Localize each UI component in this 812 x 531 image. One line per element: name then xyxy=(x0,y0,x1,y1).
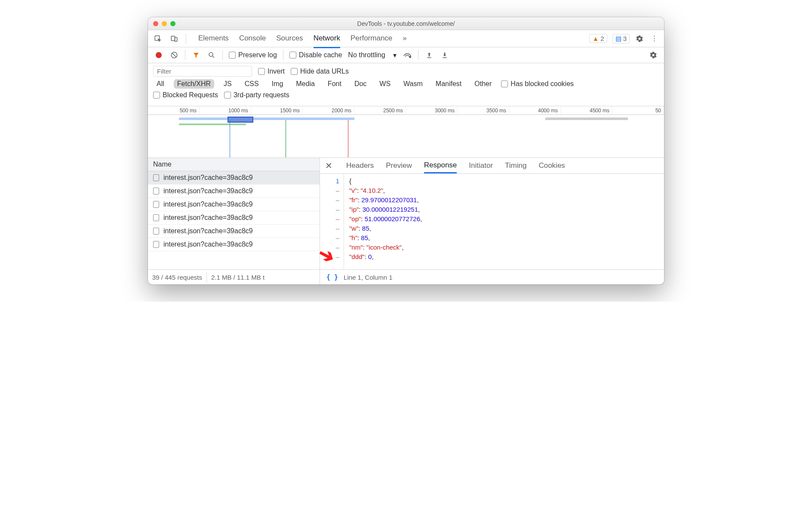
timeline-tick: 3000 ms xyxy=(406,106,458,114)
blocked-requests-checkbox[interactable]: Blocked Requests xyxy=(153,91,218,99)
filter-input[interactable] xyxy=(153,66,252,77)
device-toggle-icon[interactable] xyxy=(169,34,179,43)
filter-type-js[interactable]: JS xyxy=(220,79,235,89)
file-icon xyxy=(153,201,159,208)
timeline-tick: 1000 ms xyxy=(200,106,251,114)
request-name: interest.json?cache=39ac8c9 xyxy=(163,241,253,248)
svg-rect-2 xyxy=(175,37,177,41)
detail-tab-response[interactable]: Response xyxy=(424,161,457,173)
svg-point-4 xyxy=(209,52,213,56)
tab-network[interactable]: Network xyxy=(314,30,340,48)
detail-tab-timing[interactable]: Timing xyxy=(505,161,526,170)
tab-performance[interactable]: Performance xyxy=(351,30,392,48)
request-list-panel: Name interest.json?cache=39ac8c9interest… xyxy=(148,158,320,269)
detail-tab-headers[interactable]: Headers xyxy=(346,161,374,170)
file-icon xyxy=(153,228,159,235)
request-row[interactable]: interest.json?cache=39ac8c9 xyxy=(148,211,320,225)
tab-sources[interactable]: Sources xyxy=(276,30,303,48)
record-button[interactable] xyxy=(154,50,163,60)
request-name: interest.json?cache=39ac8c9 xyxy=(163,201,253,208)
invert-checkbox[interactable]: Invert xyxy=(258,68,285,75)
timeline-tick: 4500 ms xyxy=(561,106,612,114)
filter-icon[interactable] xyxy=(191,50,201,60)
timeline-tick: 50 xyxy=(612,106,664,114)
filter-type-media[interactable]: Media xyxy=(292,79,318,89)
detail-tab-cookies[interactable]: Cookies xyxy=(538,161,565,170)
filter-type-doc[interactable]: Doc xyxy=(351,79,370,89)
tab-elements[interactable]: Elements xyxy=(198,30,229,48)
timeline-marker-red xyxy=(348,120,348,157)
file-icon xyxy=(153,174,159,181)
filter-bar: Invert Hide data URLs AllFetch/XHRJSCSSI… xyxy=(148,63,664,106)
request-row[interactable]: interest.json?cache=39ac8c9 xyxy=(148,185,320,198)
network-toolbar: Preserve log Disable cache No throttling… xyxy=(148,47,664,63)
request-row[interactable]: interest.json?cache=39ac8c9 xyxy=(148,225,320,238)
import-icon[interactable] xyxy=(424,50,434,60)
hide-data-urls-checkbox[interactable]: Hide data URLs xyxy=(291,68,349,75)
has-blocked-cookies-checkbox[interactable]: Has blocked cookies xyxy=(501,80,574,88)
filter-type-other[interactable]: Other xyxy=(471,79,495,89)
request-name: interest.json?cache=39ac8c9 xyxy=(163,227,253,235)
request-name: interest.json?cache=39ac8c9 xyxy=(163,174,253,182)
messages-badge[interactable]: ▤3 xyxy=(612,34,630,43)
filter-type-wasm[interactable]: Wasm xyxy=(400,79,426,89)
timeline-tick: 2500 ms xyxy=(354,106,406,114)
request-name: interest.json?cache=39ac8c9 xyxy=(163,187,253,195)
inspect-icon[interactable] xyxy=(153,34,163,43)
third-party-requests-checkbox[interactable]: 3rd-party requests xyxy=(224,91,289,99)
filter-type-fetchxhr[interactable]: Fetch/XHR xyxy=(174,79,214,89)
request-count: 39 / 445 requests xyxy=(152,274,202,281)
response-body[interactable]: 1–––––––– { "v": "4.10.2", "fr": 29.9700… xyxy=(320,174,664,269)
cursor-position: Line 1, Column 1 xyxy=(344,274,392,281)
detail-tab-preview[interactable]: Preview xyxy=(386,161,412,170)
timeline-tick: 500 ms xyxy=(148,106,200,114)
network-conditions-icon[interactable] xyxy=(403,50,412,60)
request-row[interactable]: interest.json?cache=39ac8c9 xyxy=(148,238,320,251)
domcontentloaded-marker xyxy=(230,120,230,157)
detail-tab-initiator[interactable]: Initiator xyxy=(469,161,493,170)
clear-icon[interactable] xyxy=(169,50,179,60)
tab-overflow[interactable]: » xyxy=(403,30,406,48)
detail-panel: ✕ Headers Preview Response Initiator Tim… xyxy=(320,158,664,269)
tab-console[interactable]: Console xyxy=(239,30,266,48)
timeline-tick: 4000 ms xyxy=(509,106,561,114)
pretty-print-button[interactable]: { } xyxy=(325,273,339,281)
svg-rect-1 xyxy=(171,36,175,41)
filter-type-all[interactable]: All xyxy=(153,79,168,89)
request-row[interactable]: interest.json?cache=39ac8c9 xyxy=(148,198,320,211)
filter-type-manifest[interactable]: Manifest xyxy=(432,79,465,89)
more-icon[interactable]: ⋮ xyxy=(649,34,659,43)
svg-point-5 xyxy=(409,56,411,58)
close-detail-icon[interactable]: ✕ xyxy=(325,161,332,171)
network-settings-icon[interactable] xyxy=(649,50,658,60)
column-header-name[interactable]: Name xyxy=(148,158,320,171)
transfer-size: 2.1 MB / 11.1 MB t xyxy=(211,274,265,281)
preserve-log-checkbox[interactable]: Preserve log xyxy=(229,51,277,59)
file-icon xyxy=(153,214,159,221)
load-marker xyxy=(286,120,286,157)
warnings-badge[interactable]: ▲2 xyxy=(589,34,607,43)
filter-type-img[interactable]: Img xyxy=(268,79,287,89)
request-name: interest.json?cache=39ac8c9 xyxy=(163,214,253,222)
settings-icon[interactable] xyxy=(635,34,644,43)
timeline-tick: 3500 ms xyxy=(458,106,509,114)
request-row[interactable]: interest.json?cache=39ac8c9 xyxy=(148,171,320,185)
disable-cache-checkbox[interactable]: Disable cache xyxy=(289,51,342,59)
devtools-window: DevTools - tv.youtube.com/welcome/ Eleme… xyxy=(148,17,664,284)
network-timeline[interactable]: 500 ms1000 ms1500 ms2000 ms2500 ms3000 m… xyxy=(148,106,664,158)
status-bar: 39 / 445 requests 2.1 MB / 11.1 MB t { }… xyxy=(148,270,664,284)
detail-tabstrip: ✕ Headers Preview Response Initiator Tim… xyxy=(320,158,664,174)
timeline-tick: 2000 ms xyxy=(303,106,354,114)
filter-type-ws[interactable]: WS xyxy=(376,79,394,89)
throttling-select[interactable]: No throttling ▾ xyxy=(348,51,396,59)
file-icon xyxy=(153,188,159,194)
file-icon xyxy=(153,241,159,248)
export-icon[interactable] xyxy=(440,50,449,60)
window-title: DevTools - tv.youtube.com/welcome/ xyxy=(148,20,664,27)
titlebar: DevTools - tv.youtube.com/welcome/ xyxy=(148,17,664,30)
filter-type-css[interactable]: CSS xyxy=(241,79,262,89)
filter-type-font[interactable]: Font xyxy=(324,79,345,89)
search-icon[interactable] xyxy=(207,50,216,60)
network-splitpane: Name interest.json?cache=39ac8c9interest… xyxy=(148,158,664,270)
main-tabstrip: Elements Console Sources Network Perform… xyxy=(148,30,664,47)
